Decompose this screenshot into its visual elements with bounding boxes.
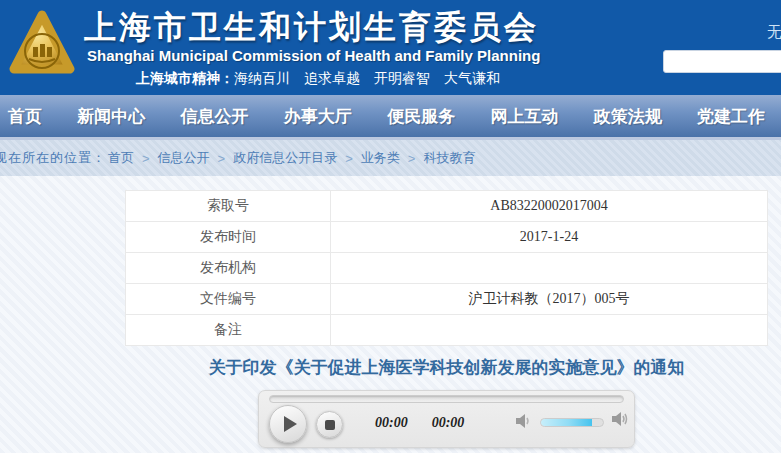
breadcrumb-info[interactable]: 信息公开 xyxy=(158,149,210,167)
meta-value-agency xyxy=(331,253,768,284)
breadcrumb-separator: > xyxy=(142,151,150,166)
table-row: 索取号 AB83220002017004 xyxy=(126,191,768,222)
search-input[interactable] xyxy=(663,50,781,73)
city-spirit-slogan: 上海城市精神：海纳百川 追求卓越 开明睿智 大气谦和 xyxy=(136,70,500,88)
nav-item-interaction[interactable]: 网上互动 xyxy=(490,105,558,128)
speaker-high-icon xyxy=(611,410,631,428)
slogan-text: 海纳百川 追求卓越 开明睿智 大气谦和 xyxy=(234,70,500,86)
meta-label-agency: 发布机构 xyxy=(126,253,331,284)
meta-value-index: AB83220002017004 xyxy=(331,191,768,222)
nav-item-services[interactable]: 办事大厅 xyxy=(284,105,352,128)
breadcrumb-business[interactable]: 业务类 xyxy=(361,149,400,167)
volume-fill xyxy=(541,419,592,426)
breadcrumb-separator: > xyxy=(218,151,226,166)
table-row: 发布时间 2017-1-24 xyxy=(126,222,768,253)
time-elapsed: 00:00 xyxy=(375,415,408,431)
site-subtitle: Shanghai Municipal Commission of Health … xyxy=(87,47,540,64)
meta-label-remark: 备注 xyxy=(126,315,331,346)
volume-slider[interactable] xyxy=(540,418,604,427)
breadcrumb-prefix: 现在所在的位置： xyxy=(0,149,106,167)
meta-label-index: 索取号 xyxy=(126,191,331,222)
table-row: 发布机构 xyxy=(126,253,768,284)
breadcrumb-home[interactable]: 首页 xyxy=(108,149,134,167)
seek-bar[interactable] xyxy=(269,395,624,403)
time-duration: 00:00 xyxy=(432,415,465,431)
meta-value-docno: 沪卫计科教（2017）005号 xyxy=(331,284,768,315)
accessibility-link[interactable]: 无 xyxy=(767,23,781,42)
stop-icon xyxy=(325,420,335,430)
nav-item-policy[interactable]: 政策法规 xyxy=(594,105,662,128)
play-icon xyxy=(284,416,297,432)
nav-item-home[interactable]: 首页 xyxy=(8,105,42,128)
table-row: 文件编号 沪卫计科教（2017）005号 xyxy=(126,284,768,315)
meta-label-docno: 文件编号 xyxy=(126,284,331,315)
meta-value-date: 2017-1-24 xyxy=(331,222,768,253)
breadcrumb-separator: > xyxy=(345,151,353,166)
audio-player: 00:00 00:00 xyxy=(258,390,635,448)
site-logo[interactable] xyxy=(9,7,75,83)
play-button[interactable] xyxy=(269,405,307,443)
nav-item-party[interactable]: 党建工作 xyxy=(697,105,765,128)
meta-label-date: 发布时间 xyxy=(126,222,331,253)
article-title: 关于印发《关于促进上海医学科技创新发展的实施意见》的通知 xyxy=(125,356,768,379)
time-display: 00:00 00:00 xyxy=(375,415,464,431)
nav-item-news[interactable]: 新闻中心 xyxy=(77,105,145,128)
nav-item-convenience[interactable]: 便民服务 xyxy=(387,105,455,128)
breadcrumb-catalog[interactable]: 政府信息公开目录 xyxy=(233,149,337,167)
stop-button[interactable] xyxy=(316,411,343,438)
slogan-label: 上海城市精神： xyxy=(136,70,234,86)
meta-value-remark xyxy=(331,315,768,346)
breadcrumb-separator: > xyxy=(408,151,416,166)
emblem-icon xyxy=(9,7,75,83)
site-header: 上海市卫生和计划生育委员会 Shanghai Municipal Commiss… xyxy=(0,0,781,95)
main-nav: 首页 新闻中心 信息公开 办事大厅 便民服务 网上互动 政策法规 党建工作 xyxy=(0,95,781,140)
breadcrumb: 现在所在的位置： 首页 > 信息公开 > 政府信息公开目录 > 业务类 > 科技… xyxy=(0,140,781,176)
nav-item-info[interactable]: 信息公开 xyxy=(181,105,249,128)
table-row: 备注 xyxy=(126,315,768,346)
volume-down-button[interactable] xyxy=(515,413,533,433)
volume-up-button[interactable] xyxy=(611,410,631,432)
site-title: 上海市卫生和计划生育委员会 xyxy=(84,6,539,50)
document-meta-table: 索取号 AB83220002017004 发布时间 2017-1-24 发布机构… xyxy=(125,190,768,346)
speaker-low-icon xyxy=(515,413,533,429)
breadcrumb-scitech[interactable]: 科技教育 xyxy=(423,149,475,167)
